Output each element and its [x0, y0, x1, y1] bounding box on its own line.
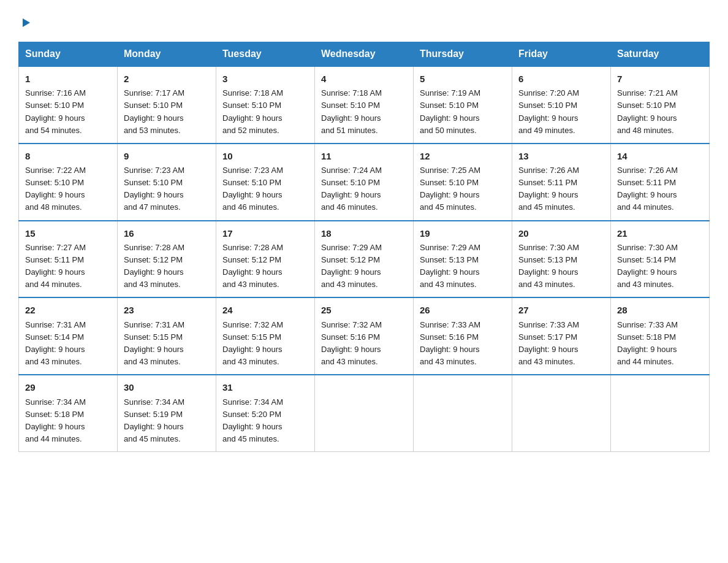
day-number: 19: [420, 226, 506, 240]
day-number: 8: [25, 149, 111, 163]
calendar-cell: 14Sunrise: 7:26 AMSunset: 5:11 PMDayligh…: [611, 144, 710, 221]
calendar-cell: 8Sunrise: 7:22 AMSunset: 5:10 PMDaylight…: [19, 144, 118, 221]
day-number: 11: [321, 149, 407, 163]
calendar-cell: 13Sunrise: 7:26 AMSunset: 5:11 PMDayligh…: [512, 144, 611, 221]
calendar-cell: 22Sunrise: 7:31 AMSunset: 5:14 PMDayligh…: [19, 297, 118, 375]
calendar-cell: 10Sunrise: 7:23 AMSunset: 5:10 PMDayligh…: [216, 144, 315, 221]
calendar-cell: 2Sunrise: 7:17 AMSunset: 5:10 PMDaylight…: [118, 66, 216, 144]
day-number: 28: [617, 303, 703, 317]
cell-info: Sunrise: 7:23 AMSunset: 5:10 PMDaylight:…: [222, 164, 308, 214]
calendar-cell: [315, 375, 414, 451]
calendar-cell: 25Sunrise: 7:32 AMSunset: 5:16 PMDayligh…: [315, 297, 414, 375]
day-number: 27: [518, 303, 604, 317]
day-number: 15: [25, 226, 111, 240]
calendar-cell: 9Sunrise: 7:23 AMSunset: 5:10 PMDaylight…: [118, 144, 216, 221]
calendar-cell: 26Sunrise: 7:33 AMSunset: 5:16 PMDayligh…: [414, 297, 512, 375]
calendar-cell: 4Sunrise: 7:18 AMSunset: 5:10 PMDaylight…: [315, 66, 414, 144]
cell-info: Sunrise: 7:25 AMSunset: 5:10 PMDaylight:…: [420, 164, 506, 214]
calendar-cell: 21Sunrise: 7:30 AMSunset: 5:14 PMDayligh…: [611, 221, 710, 298]
day-number: 29: [25, 380, 111, 394]
cell-info: Sunrise: 7:29 AMSunset: 5:13 PMDaylight:…: [420, 242, 506, 291]
day-number: 18: [321, 226, 407, 240]
calendar-cell: 16Sunrise: 7:28 AMSunset: 5:12 PMDayligh…: [118, 221, 216, 298]
calendar-week-row: 22Sunrise: 7:31 AMSunset: 5:14 PMDayligh…: [19, 297, 710, 375]
cell-info: Sunrise: 7:34 AMSunset: 5:20 PMDaylight:…: [222, 396, 308, 446]
calendar-cell: 24Sunrise: 7:32 AMSunset: 5:15 PMDayligh…: [216, 297, 315, 375]
calendar-cell: 1Sunrise: 7:16 AMSunset: 5:10 PMDaylight…: [19, 66, 118, 144]
cell-info: Sunrise: 7:28 AMSunset: 5:12 PMDaylight:…: [124, 242, 210, 291]
calendar-cell: 23Sunrise: 7:31 AMSunset: 5:15 PMDayligh…: [118, 297, 216, 375]
day-number: 7: [617, 72, 703, 86]
calendar-cell: 5Sunrise: 7:19 AMSunset: 5:10 PMDaylight…: [414, 66, 512, 144]
cell-info: Sunrise: 7:30 AMSunset: 5:13 PMDaylight:…: [518, 242, 604, 291]
cell-info: Sunrise: 7:17 AMSunset: 5:10 PMDaylight:…: [124, 87, 210, 137]
calendar-cell: 12Sunrise: 7:25 AMSunset: 5:10 PMDayligh…: [414, 144, 512, 221]
day-number: 17: [222, 226, 308, 240]
weekday-header-sunday: Sunday: [19, 42, 118, 67]
calendar-cell: [414, 375, 512, 451]
logo-triangle-icon: [20, 17, 31, 31]
cell-info: Sunrise: 7:32 AMSunset: 5:15 PMDaylight:…: [222, 319, 308, 369]
day-number: 10: [222, 149, 308, 163]
day-number: 23: [124, 303, 210, 317]
calendar-cell: 11Sunrise: 7:24 AMSunset: 5:10 PMDayligh…: [315, 144, 414, 221]
calendar-cell: 28Sunrise: 7:33 AMSunset: 5:18 PMDayligh…: [611, 297, 710, 375]
cell-info: Sunrise: 7:20 AMSunset: 5:10 PMDaylight:…: [518, 87, 604, 137]
cell-info: Sunrise: 7:33 AMSunset: 5:18 PMDaylight:…: [617, 319, 703, 369]
cell-info: Sunrise: 7:31 AMSunset: 5:14 PMDaylight:…: [25, 319, 111, 369]
day-number: 26: [420, 303, 506, 317]
weekday-header-friday: Friday: [512, 42, 611, 67]
weekday-header-thursday: Thursday: [414, 42, 512, 67]
cell-info: Sunrise: 7:18 AMSunset: 5:10 PMDaylight:…: [321, 87, 407, 137]
day-number: 2: [124, 72, 210, 86]
cell-info: Sunrise: 7:29 AMSunset: 5:12 PMDaylight:…: [321, 242, 407, 291]
cell-info: Sunrise: 7:21 AMSunset: 5:10 PMDaylight:…: [617, 87, 703, 137]
calendar-week-row: 8Sunrise: 7:22 AMSunset: 5:10 PMDaylight…: [19, 144, 710, 221]
cell-info: Sunrise: 7:19 AMSunset: 5:10 PMDaylight:…: [420, 87, 506, 137]
calendar-cell: 6Sunrise: 7:20 AMSunset: 5:10 PMDaylight…: [512, 66, 611, 144]
calendar-week-row: 1Sunrise: 7:16 AMSunset: 5:10 PMDaylight…: [19, 66, 710, 144]
day-number: 22: [25, 303, 111, 317]
day-number: 24: [222, 303, 308, 317]
weekday-header-wednesday: Wednesday: [315, 42, 414, 67]
page-header: [18, 15, 710, 31]
day-number: 14: [617, 149, 703, 163]
calendar-cell: 17Sunrise: 7:28 AMSunset: 5:12 PMDayligh…: [216, 221, 315, 298]
cell-info: Sunrise: 7:24 AMSunset: 5:10 PMDaylight:…: [321, 164, 407, 214]
cell-info: Sunrise: 7:27 AMSunset: 5:11 PMDaylight:…: [25, 242, 111, 291]
cell-info: Sunrise: 7:16 AMSunset: 5:10 PMDaylight:…: [25, 87, 111, 137]
cell-info: Sunrise: 7:33 AMSunset: 5:17 PMDaylight:…: [518, 319, 604, 369]
calendar-cell: 15Sunrise: 7:27 AMSunset: 5:11 PMDayligh…: [19, 221, 118, 298]
day-number: 6: [518, 72, 604, 86]
day-number: 31: [222, 380, 308, 394]
calendar-cell: 7Sunrise: 7:21 AMSunset: 5:10 PMDaylight…: [611, 66, 710, 144]
calendar-cell: 3Sunrise: 7:18 AMSunset: 5:10 PMDaylight…: [216, 66, 315, 144]
calendar-cell: 30Sunrise: 7:34 AMSunset: 5:19 PMDayligh…: [118, 375, 216, 451]
day-number: 3: [222, 72, 308, 86]
cell-info: Sunrise: 7:32 AMSunset: 5:16 PMDaylight:…: [321, 319, 407, 369]
calendar-cell: [611, 375, 710, 451]
svg-marker-0: [23, 18, 30, 27]
day-number: 9: [124, 149, 210, 163]
calendar-cell: 20Sunrise: 7:30 AMSunset: 5:13 PMDayligh…: [512, 221, 611, 298]
day-number: 4: [321, 72, 407, 86]
cell-info: Sunrise: 7:22 AMSunset: 5:10 PMDaylight:…: [25, 164, 111, 214]
weekday-header-saturday: Saturday: [611, 42, 710, 67]
calendar-cell: 27Sunrise: 7:33 AMSunset: 5:17 PMDayligh…: [512, 297, 611, 375]
calendar-cell: 31Sunrise: 7:34 AMSunset: 5:20 PMDayligh…: [216, 375, 315, 451]
weekday-header-row: SundayMondayTuesdayWednesdayThursdayFrid…: [19, 42, 710, 67]
cell-info: Sunrise: 7:26 AMSunset: 5:11 PMDaylight:…: [518, 164, 604, 214]
cell-info: Sunrise: 7:31 AMSunset: 5:15 PMDaylight:…: [124, 319, 210, 369]
logo: [18, 15, 31, 31]
day-number: 16: [124, 226, 210, 240]
calendar-cell: 29Sunrise: 7:34 AMSunset: 5:18 PMDayligh…: [19, 375, 118, 451]
cell-info: Sunrise: 7:28 AMSunset: 5:12 PMDaylight:…: [222, 242, 308, 291]
calendar-week-row: 15Sunrise: 7:27 AMSunset: 5:11 PMDayligh…: [19, 221, 710, 298]
cell-info: Sunrise: 7:23 AMSunset: 5:10 PMDaylight:…: [124, 164, 210, 214]
day-number: 25: [321, 303, 407, 317]
day-number: 30: [124, 380, 210, 394]
cell-info: Sunrise: 7:30 AMSunset: 5:14 PMDaylight:…: [617, 242, 703, 291]
cell-info: Sunrise: 7:26 AMSunset: 5:11 PMDaylight:…: [617, 164, 703, 214]
calendar-cell: 19Sunrise: 7:29 AMSunset: 5:13 PMDayligh…: [414, 221, 512, 298]
cell-info: Sunrise: 7:33 AMSunset: 5:16 PMDaylight:…: [420, 319, 506, 369]
